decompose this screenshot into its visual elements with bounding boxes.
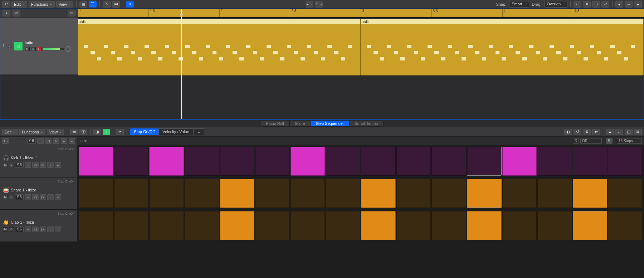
step-cell[interactable]	[255, 211, 290, 240]
seq-row-menu-button[interactable]: ⌄	[69, 138, 75, 144]
step-cell[interactable]	[537, 211, 572, 240]
seq-single-window-button[interactable]: ▢	[625, 129, 633, 135]
mute-button[interactable]: M	[3, 227, 8, 231]
add-track-button[interactable]: ＋	[3, 10, 10, 16]
seq-search-button[interactable]: 🔍	[606, 138, 613, 144]
step-cell[interactable]	[608, 147, 643, 176]
seq-row-ctrl-3[interactable]: ⌄	[47, 226, 54, 232]
step-cell[interactable]	[114, 179, 149, 208]
seq-division-select[interactable]: /16	[27, 138, 36, 144]
edit-menu[interactable]: Edit⌄	[11, 1, 27, 8]
seq-row-ctrl-4[interactable]: ⌄	[55, 226, 61, 232]
pointer-tool[interactable]: ▸⌄	[306, 1, 313, 8]
step-cell[interactable]	[185, 147, 219, 176]
seq-popout-button[interactable]: ⧉	[634, 129, 642, 135]
step-cell[interactable]	[608, 179, 643, 208]
step-cell[interactable]	[502, 147, 537, 176]
seq-row-ctrl-0[interactable]: →	[25, 194, 31, 200]
step-cell[interactable]	[431, 179, 466, 208]
hzoom-slider[interactable]: ●	[615, 1, 623, 8]
seq-live-record-button[interactable]: ✂	[116, 129, 124, 135]
seq-vzoom-button[interactable]: ⇕	[583, 129, 591, 135]
step-cell[interactable]	[326, 147, 360, 176]
track-name[interactable]: Indie	[25, 40, 75, 45]
seq-direction-button[interactable]: →	[37, 138, 44, 144]
grid-view-button[interactable]: ▦	[79, 1, 87, 8]
solo-button[interactable]: S	[31, 47, 36, 51]
seq-row-ctrl-2[interactable]: ▷	[40, 194, 46, 200]
track-disclose-button[interactable]: ▸	[8, 44, 12, 48]
mode-more-button[interactable]: ⌄	[193, 128, 204, 135]
seq-inspector-button[interactable]: ▭	[70, 129, 78, 135]
playhead[interactable]	[181, 9, 182, 119]
zoom-fit-button[interactable]: ⤢	[601, 1, 609, 8]
step-cell[interactable]	[326, 211, 360, 240]
step-cell[interactable]	[220, 179, 255, 208]
step-cell[interactable]	[396, 211, 431, 240]
step-cell[interactable]	[573, 211, 608, 240]
seq-row-ctrl-1[interactable]: ◁	[32, 194, 39, 200]
step-cell[interactable]	[573, 179, 608, 208]
step-cell[interactable]	[502, 211, 537, 240]
seq-mono-button[interactable]: ◐	[564, 129, 572, 135]
step-cell[interactable]	[255, 147, 290, 176]
step-cell[interactable]	[255, 179, 290, 208]
functions-menu[interactable]: Functions⌄	[29, 1, 55, 8]
pan-knob[interactable]	[65, 46, 71, 52]
solo-button[interactable]: S	[9, 195, 14, 199]
flex-button[interactable]: ⋈	[112, 1, 120, 8]
seq-key-select[interactable]: C	[573, 138, 579, 144]
seq-step-prev-button[interactable]: ◁	[45, 138, 52, 144]
seq-row-name[interactable]: 🥁Snare 1 - Ibiza ⌃	[3, 187, 74, 193]
seq-scale-select[interactable]: Off	[580, 138, 602, 144]
seq-add-row-button[interactable]: ＋⌄	[2, 138, 9, 144]
seq-info-button[interactable]: ⓘ	[79, 129, 87, 135]
seq-row-ctrl-3[interactable]: ⌄	[47, 194, 54, 200]
editor-tab-score[interactable]: Score	[289, 120, 311, 127]
seq-step-next-button[interactable]: ▷	[53, 138, 59, 144]
step-onoff-mode-button[interactable]: Step On/Off	[130, 128, 158, 135]
step-cell[interactable]	[361, 211, 396, 240]
seq-edit-menu[interactable]: Edit⌄	[2, 129, 18, 135]
seq-row-ctrl-4[interactable]: ⌄	[55, 162, 61, 168]
back-button[interactable]: ↶	[2, 1, 10, 8]
marquee-tool[interactable]: ✛⌄	[315, 1, 323, 8]
mute-button[interactable]: M	[3, 163, 8, 167]
duplicate-track-button[interactable]: ⧉	[13, 10, 20, 16]
midi-region[interactable]: Indie	[78, 19, 361, 75]
automation-button[interactable]: ∿	[103, 1, 111, 8]
step-cell[interactable]	[396, 147, 431, 176]
step-cell[interactable]	[361, 147, 396, 176]
seq-link-button[interactable]: ↔	[615, 129, 623, 135]
seq-row-ctrl-3[interactable]: ⌄	[47, 162, 54, 168]
snap-select[interactable]: Smart	[509, 1, 529, 8]
view-menu[interactable]: View⌄	[56, 1, 74, 8]
mute-button[interactable]: M	[3, 195, 8, 199]
toggle-track-header-button[interactable]: ▭	[68, 10, 75, 16]
list-view-button[interactable]: ☰	[89, 1, 97, 8]
step-cell[interactable]	[149, 211, 184, 240]
seq-row-ctrl-2[interactable]: ▷	[40, 162, 46, 168]
step-cell[interactable]	[79, 179, 113, 208]
step-cell[interactable]	[326, 179, 360, 208]
solo-button[interactable]: S	[9, 163, 14, 167]
mute-button[interactable]: M	[25, 47, 30, 51]
editor-tab-step-sequencer[interactable]: Step Sequencer	[310, 120, 349, 127]
seq-preview-button[interactable]: ♪	[103, 129, 110, 135]
seq-steps-select[interactable]: 16 Steps	[617, 138, 642, 144]
step-cell[interactable]	[537, 147, 572, 176]
velocity-mode-button[interactable]: Velocity / Value	[158, 128, 193, 135]
seq-row-name[interactable]: 👏Clap 1 - Ibiza ⌃	[3, 219, 74, 225]
seq-view-menu[interactable]: View⌄	[47, 129, 64, 135]
step-cell[interactable]	[608, 211, 643, 240]
record-enable-button[interactable]: R	[37, 47, 42, 51]
step-cell[interactable]	[291, 211, 325, 240]
step-cell[interactable]	[185, 179, 219, 208]
zoom-horizontal-out-button[interactable]: ↤	[574, 1, 581, 8]
seq-row-division-select[interactable]: /16	[15, 162, 24, 168]
seq-row-ctrl-0[interactable]: →	[25, 162, 31, 168]
step-cell[interactable]	[291, 147, 325, 176]
step-cell[interactable]	[431, 147, 466, 176]
timeline-ruler[interactable]: 11 322 333 344 35	[78, 9, 644, 18]
link-button[interactable]: ↔	[625, 1, 633, 8]
